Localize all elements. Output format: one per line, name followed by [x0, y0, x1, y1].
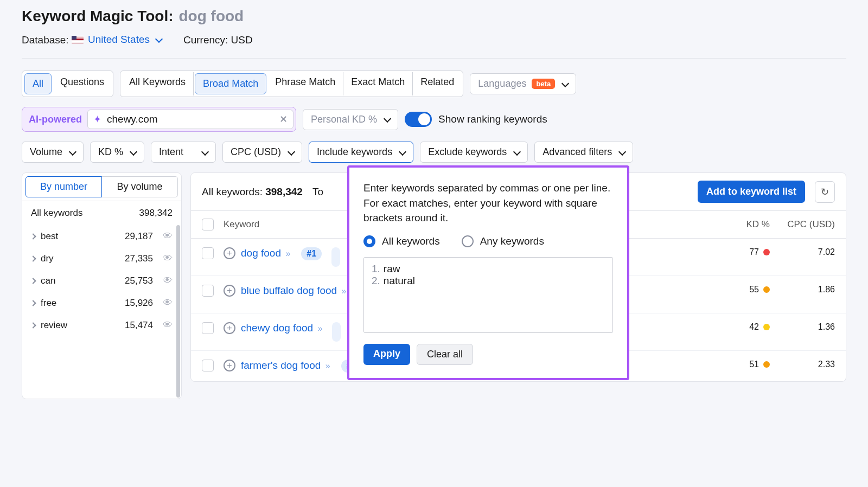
column-kd[interactable]: KD % [716, 219, 770, 230]
country-name: United States [88, 34, 150, 46]
chevron-right-icon [30, 300, 36, 306]
keyword-link[interactable]: farmer's dog food » [241, 360, 330, 371]
include-keywords-textarea[interactable]: 1.raw 2.natural [363, 257, 613, 333]
sidebar-item-dry[interactable]: dry 27,335 👁 [22, 247, 181, 270]
apply-button[interactable]: Apply [363, 344, 410, 365]
filter-cpc-label: CPC (USD) [231, 146, 281, 158]
sidebar-item-free[interactable]: free 15,926 👁 [22, 292, 181, 314]
sidebar-item-count: 15,474 [125, 320, 153, 331]
query-type-group: All Questions [22, 71, 113, 97]
select-all-checkbox[interactable] [202, 219, 214, 230]
kd-value: 77 [749, 247, 759, 257]
database-label: Database: [22, 34, 69, 46]
domain-input-wrapper[interactable]: ✦ chewy.com ✕ [87, 110, 293, 129]
eye-icon[interactable]: 👁 [163, 253, 173, 264]
include-entry: raw [384, 263, 400, 275]
tab-questions[interactable]: Questions [53, 72, 112, 95]
sidebar-item-best[interactable]: best 29,187 👁 [22, 225, 181, 247]
languages-dropdown[interactable]: Languages beta [470, 73, 576, 94]
intent-indicator [332, 322, 341, 342]
eye-icon[interactable]: 👁 [163, 275, 173, 286]
keyword-link[interactable]: blue buffalo dog food » [241, 285, 347, 297]
sparkle-icon: ✦ [93, 113, 101, 125]
filter-kd[interactable]: KD % [90, 142, 144, 163]
sidebar-item-can[interactable]: can 25,753 👁 [22, 270, 181, 292]
keyword-link[interactable]: chewy dog food » [241, 322, 322, 334]
chevron-down-icon [155, 35, 163, 43]
intent-indicator [331, 247, 340, 267]
keywords-table-panel: All keywords: 398,342 To Add to keyword … [190, 172, 846, 382]
add-keyword-icon[interactable]: + [224, 360, 235, 371]
tab-exact-match[interactable]: Exact Match [343, 72, 413, 95]
row-checkbox[interactable] [202, 322, 214, 334]
cpc-value: 1.86 [770, 285, 835, 294]
double-chevron-icon: » [323, 361, 330, 370]
sidebar-item-count: 29,187 [125, 231, 153, 242]
radio-unchecked-icon [462, 235, 474, 247]
sidebar-all-label[interactable]: All keywords [31, 208, 82, 219]
ranking-keywords-toggle[interactable] [405, 112, 432, 127]
ai-label: AI-powered [29, 114, 82, 125]
include-entry: natural [384, 275, 415, 287]
currency-label: Currency: USD [183, 34, 253, 46]
chevron-down-icon [201, 148, 209, 155]
chevron-down-icon [288, 148, 295, 155]
line-number: 1. [372, 263, 380, 275]
all-keywords-summary: All keywords: 398,342 [202, 186, 303, 198]
keyword-text: chewy dog food [241, 322, 313, 334]
radio-all-keywords[interactable]: All keywords [363, 235, 440, 247]
add-keyword-icon[interactable]: + [224, 247, 235, 259]
sidebar-item-count: 25,753 [125, 275, 153, 286]
keyword-link[interactable]: dog food » [241, 247, 290, 259]
column-cpc[interactable]: CPC (USD) [770, 219, 835, 230]
total-volume-label: To [312, 186, 323, 198]
filter-exclude-keywords[interactable]: Exclude keywords [420, 142, 528, 163]
filter-volume[interactable]: Volume [22, 142, 84, 163]
sidebar-item-review[interactable]: review 15,474 👁 [22, 314, 181, 336]
eye-icon[interactable]: 👁 [163, 230, 173, 242]
row-checkbox[interactable] [202, 247, 214, 259]
refresh-button[interactable]: ↻ [815, 181, 835, 203]
row-checkbox[interactable] [202, 285, 214, 297]
tab-related[interactable]: Related [413, 72, 462, 95]
sidebar-tab-by-number[interactable]: By number [25, 176, 102, 197]
chevron-right-icon [30, 322, 36, 328]
cpc-value: 7.02 [770, 247, 835, 257]
add-keyword-icon[interactable]: + [224, 285, 235, 297]
add-keyword-icon[interactable]: + [224, 322, 235, 334]
chevron-down-icon [130, 148, 137, 155]
filter-advanced[interactable]: Advanced filters [534, 142, 633, 163]
sidebar-item-count: 15,926 [125, 298, 153, 309]
filter-cpc[interactable]: CPC (USD) [222, 142, 302, 163]
keyword-text: dog food [241, 247, 281, 259]
personal-kd-dropdown[interactable]: Personal KD % [303, 109, 398, 130]
tab-phrase-match[interactable]: Phrase Match [267, 72, 343, 95]
filter-intent[interactable]: Intent [151, 142, 216, 163]
domain-value: chewy.com [107, 113, 158, 125]
line-number: 2. [372, 275, 380, 287]
sidebar-scrollbar[interactable] [176, 225, 180, 398]
double-chevron-icon: » [315, 324, 322, 333]
chevron-down-icon [618, 148, 626, 155]
keyword-text: farmer's dog food [241, 360, 321, 371]
tab-broad-match[interactable]: Broad Match [195, 73, 266, 94]
kd-value: 42 [749, 322, 759, 332]
sidebar-tab-by-volume[interactable]: By volume [102, 176, 178, 197]
tab-all[interactable]: All [24, 73, 52, 94]
eye-icon[interactable]: 👁 [163, 319, 173, 331]
radio-any-keywords[interactable]: Any keywords [462, 235, 544, 247]
radio-all-label: All keywords [382, 235, 440, 247]
tab-all-keywords[interactable]: All Keywords [122, 72, 194, 95]
popover-instructions: Enter keywords separated by commas or on… [363, 181, 613, 226]
radio-checked-icon [363, 235, 375, 247]
all-keywords-prefix: All keywords: [202, 186, 265, 197]
clear-domain-icon[interactable]: ✕ [279, 113, 288, 125]
eye-icon[interactable]: 👁 [163, 297, 173, 309]
row-checkbox[interactable] [202, 360, 214, 371]
clear-all-button[interactable]: Clear all [417, 344, 473, 365]
filter-include-keywords[interactable]: Include keywords [309, 142, 413, 163]
sidebar-item-label: can [41, 275, 55, 286]
add-to-keyword-list-button[interactable]: Add to keyword list [698, 181, 805, 203]
database-selector[interactable]: United States [72, 34, 162, 46]
sidebar-item-label: free [41, 298, 56, 309]
